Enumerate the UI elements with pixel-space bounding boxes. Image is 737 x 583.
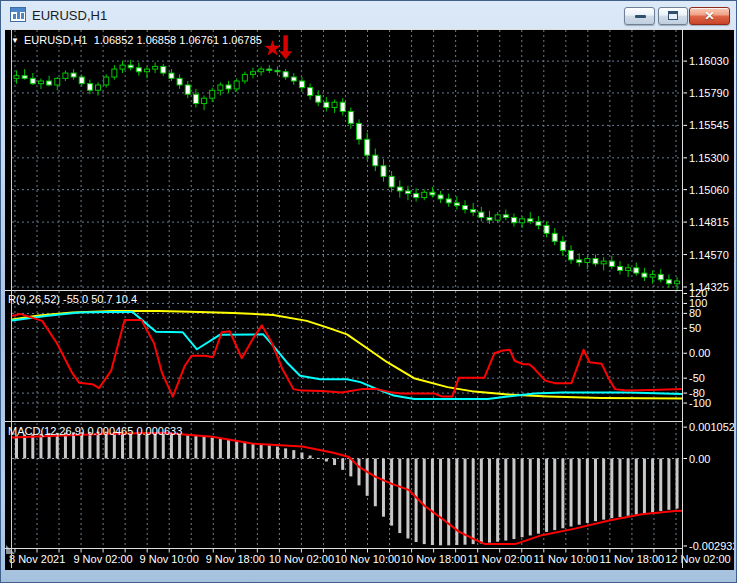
- scale-label: 1.15545: [689, 119, 729, 131]
- app-chart-icon: [10, 7, 26, 22]
- macd-bar: [170, 434, 173, 458]
- panel-separator: [5, 548, 683, 549]
- panel-separator[interactable]: [5, 290, 683, 291]
- macd-bar: [382, 459, 385, 517]
- minimize-button[interactable]: [624, 7, 655, 25]
- macd-bar: [676, 459, 679, 509]
- macd-bar: [423, 459, 426, 545]
- price-axis[interactable]: 1.160301.157901.155451.153001.150601.148…: [684, 55, 735, 552]
- macd-bar: [480, 459, 483, 544]
- macd-bar: [504, 459, 507, 541]
- macd-bar: [545, 459, 548, 532]
- scale-label: 1.15060: [689, 184, 729, 196]
- macd-bar: [635, 459, 638, 515]
- fast-line: [12, 314, 682, 397]
- macd-bar: [203, 437, 206, 459]
- scale-label: 1.14815: [689, 216, 729, 228]
- macd-bar: [300, 453, 303, 459]
- time-label: 9 Nov 18:00: [206, 553, 265, 565]
- macd-indicator-label: MACD(12,26,9) 0.000465 0.000633: [8, 425, 182, 437]
- title-bar[interactable]: EURUSD,H1 ✕: [1, 1, 736, 29]
- macd-bar: [374, 459, 377, 507]
- chart-client-area: 1.160301.157901.155451.153001.150601.148…: [5, 29, 734, 570]
- macd-bar: [602, 459, 605, 520]
- time-label: 11 Nov 10:00: [533, 553, 598, 565]
- minimize-icon: [635, 15, 646, 18]
- macd-bar: [276, 447, 279, 459]
- scale-label: 0.001052: [689, 421, 734, 433]
- close-button[interactable]: ✕: [689, 7, 730, 25]
- scale-label: -50: [689, 372, 705, 384]
- macd-bar: [194, 436, 197, 459]
- scale-label: 80: [689, 307, 701, 319]
- macd-bar: [488, 459, 491, 543]
- symbol-ohlc-line: ▼EURUSD,H1 1.06852 1.06858 1.06761 1.067…: [11, 34, 262, 46]
- macd-bar: [186, 435, 189, 458]
- macd-bar: [537, 459, 540, 534]
- scale-label: 1.14570: [689, 249, 729, 261]
- time-label: 9 Nov 10:00: [140, 553, 199, 565]
- time-label: 12 Nov 02:00: [665, 553, 730, 565]
- macd-bar: [472, 459, 475, 545]
- ohlc-low: 1.06761: [179, 34, 219, 46]
- scale-label: 50: [689, 322, 701, 334]
- ohlc-high: 1.06858: [136, 34, 176, 46]
- macd-bar: [406, 459, 409, 539]
- macd-bar: [23, 435, 26, 459]
- macd-bar: [651, 459, 654, 513]
- macd-bar: [659, 459, 662, 512]
- time-label: 11 Nov 18:00: [600, 553, 665, 565]
- oscillator-panel[interactable]: [12, 311, 682, 399]
- macd-bar: [309, 456, 312, 459]
- macd-bar: [292, 450, 295, 458]
- macd-bar: [594, 459, 597, 522]
- sell-arrow-annotation: [264, 35, 292, 59]
- macd-bar: [521, 459, 524, 538]
- time-label: 10 Nov 10:00: [335, 553, 400, 565]
- macd-bar: [15, 435, 18, 458]
- macd-bar: [260, 444, 263, 458]
- close-icon: ✕: [690, 9, 729, 23]
- time-label: 10 Nov 02:00: [269, 553, 334, 565]
- macd-panel[interactable]: [12, 432, 682, 546]
- macd-bar: [618, 459, 621, 517]
- macd-bar: [235, 441, 238, 459]
- macd-bar: [439, 459, 442, 546]
- scale-label: -100: [689, 397, 711, 409]
- macd-bar: [512, 459, 515, 540]
- scale-label: 1.16030: [689, 55, 729, 67]
- macd-bar: [162, 434, 165, 459]
- symbol-dropdown-icon[interactable]: ▼: [11, 36, 19, 45]
- macd-bar: [610, 459, 613, 519]
- macd-bar: [227, 439, 230, 458]
- maximize-button[interactable]: [658, 7, 688, 25]
- grid: [12, 30, 682, 548]
- macd-bar: [243, 442, 246, 459]
- scale-divider: [682, 29, 683, 568]
- macd-bar: [333, 459, 336, 466]
- chart-window: EURUSD,H1 ✕ 1.160301.157901.155451.15300…: [0, 0, 737, 583]
- scale-label: 1.15790: [689, 87, 729, 99]
- macd-bar: [251, 443, 254, 459]
- oscillator-label: R(9,26,52) -55.0 50.7 10.4: [8, 293, 137, 305]
- panel-separator[interactable]: [5, 421, 683, 422]
- scale-label: 0.00: [689, 347, 710, 359]
- window-title: EURUSD,H1: [32, 8, 107, 23]
- macd-bar: [268, 445, 271, 458]
- macd-bar: [178, 435, 181, 459]
- macd-bar: [464, 459, 467, 545]
- ohlc-open: 1.06852: [94, 34, 134, 46]
- macd-bar: [586, 459, 589, 523]
- ohlc-close: 1.06785: [222, 34, 262, 46]
- time-label: 11 Nov 02:00: [467, 553, 532, 565]
- time-label: 10 Nov 18:00: [401, 553, 466, 565]
- time-label: 9 Nov 02:00: [73, 553, 132, 565]
- price-panel-candles[interactable]: [14, 60, 680, 291]
- macd-bar: [366, 459, 369, 496]
- macd-bar: [211, 438, 214, 459]
- macd-bar: [415, 459, 418, 543]
- macd-bar: [447, 459, 450, 546]
- macd-bar: [553, 459, 556, 531]
- macd-bar: [390, 459, 393, 526]
- macd-bar: [431, 459, 434, 546]
